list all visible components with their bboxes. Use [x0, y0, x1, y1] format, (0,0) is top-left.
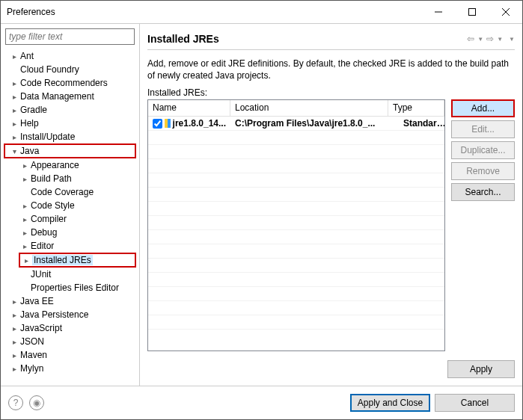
column-header-type[interactable]: Type — [388, 100, 444, 116]
jre-location: C:\Program Files\Java\jre1.8.0_... — [230, 118, 399, 129]
tree-arrow-icon: ▸ — [10, 297, 19, 306]
search-button[interactable]: Search... — [451, 183, 515, 201]
empty-row — [148, 287, 444, 301]
removebutton: Remove — [451, 162, 515, 180]
jre-name: jre1.8.0_14... — [173, 118, 226, 129]
tree-label: Ant — [20, 51, 34, 61]
back-menu-icon[interactable]: ▼ — [477, 36, 483, 43]
empty-row — [148, 301, 444, 315]
tree-label: Code Coverage — [31, 187, 94, 197]
table-row[interactable]: jre1.8.0_14...C:\Program Files\Java\jre1… — [148, 117, 444, 131]
tree-node-junit[interactable]: JUnit — [4, 268, 139, 281]
tree-arrow-icon: ▸ — [10, 120, 19, 128]
tree-label: Debug — [31, 227, 57, 238]
empty-row — [148, 202, 444, 216]
back-icon[interactable]: ⇦ — [467, 34, 474, 44]
tree-arrow-icon: ▸ — [10, 52, 19, 61]
tree-label: Gradle — [20, 105, 47, 115]
tree-node-json[interactable]: ▸JSON — [4, 335, 139, 348]
empty-row — [148, 273, 444, 287]
tree-arrow-icon: ▸ — [10, 133, 19, 141]
empty-row — [148, 259, 444, 273]
tree-node-build-path[interactable]: ▸Build Path — [4, 172, 139, 185]
tree-label: Appearance — [31, 160, 79, 170]
footer: ? ◉ Apply and Close Cancel — [1, 386, 522, 419]
filter-input[interactable] — [5, 28, 135, 45]
tree-node-properties-files-editor[interactable]: Properties Files Editor — [4, 281, 139, 294]
apply-button[interactable]: Apply — [447, 360, 515, 378]
tree-label: Cloud Foundry — [20, 64, 79, 75]
tree-node-ant[interactable]: ▸Ant — [4, 49, 139, 63]
tree-label: JSON — [20, 336, 44, 347]
apply-and-close-button[interactable]: Apply and Close — [350, 394, 430, 412]
tree-arrow-icon: ▸ — [10, 311, 19, 319]
tree-arrow-icon: ▸ — [10, 79, 19, 87]
view-menu-icon[interactable]: ▼ — [509, 36, 515, 43]
forward-icon[interactable]: ⇨ — [486, 34, 494, 44]
tree-node-java-ee[interactable]: ▸Java EE — [4, 294, 139, 308]
add-button[interactable]: Add... — [451, 99, 515, 117]
tree-label: Install/Update — [20, 132, 75, 142]
table-label: Installed JREs: — [147, 87, 515, 98]
cancel-button[interactable]: Cancel — [435, 394, 515, 412]
tree-node-java-persistence[interactable]: ▸Java Persistence — [4, 308, 139, 321]
tree-arrow-icon: ▸ — [10, 351, 19, 359]
table-header: Name Location Type — [148, 100, 444, 117]
help-icon[interactable]: ? — [8, 395, 23, 410]
close-button[interactable] — [489, 1, 522, 23]
column-header-location[interactable]: Location — [230, 100, 388, 116]
tree-node-appearance[interactable]: ▸Appearance — [4, 158, 139, 172]
sidebar: ▸AntCloud Foundry▸Code Recommenders▸Data… — [1, 24, 140, 386]
tree-label: Code Recommenders — [20, 78, 108, 88]
column-header-name[interactable]: Name — [148, 100, 230, 116]
main-header: Installed JREs ⇦ ▼ ⇨ ▼ ▼ — [147, 28, 515, 49]
tree-node-help[interactable]: ▸Help — [4, 117, 139, 130]
empty-row — [148, 188, 444, 202]
tree-node-editor[interactable]: ▸Editor — [4, 239, 139, 253]
tree-node-install-update[interactable]: ▸Install/Update — [4, 130, 139, 143]
tree-node-compiler[interactable]: ▸Compiler — [4, 212, 139, 226]
apply-row: Apply — [147, 351, 515, 381]
tree-arrow-icon: ▾ — [10, 147, 19, 155]
empty-row — [148, 315, 444, 330]
tree-node-installed-jres[interactable]: ▸Installed JREs — [19, 253, 136, 268]
table-grid: jre1.8.0_14...C:\Program Files\Java\jre1… — [148, 117, 444, 330]
table-rows-scroll[interactable]: jre1.8.0_14...C:\Program Files\Java\jre1… — [148, 117, 444, 350]
preferences-tree[interactable]: ▸AntCloud Foundry▸Code Recommenders▸Data… — [1, 48, 139, 386]
tree-arrow-icon: ▸ — [20, 175, 29, 183]
tree-node-code-style[interactable]: ▸Code Style — [4, 199, 139, 212]
empty-row — [148, 159, 444, 173]
tree-node-mylyn[interactable]: ▸Mylyn — [4, 362, 139, 375]
tree-node-javascript[interactable]: ▸JavaScript — [4, 321, 139, 335]
forward-menu-icon[interactable]: ▼ — [497, 36, 503, 43]
tree-node-code-recommenders[interactable]: ▸Code Recommenders — [4, 76, 139, 90]
tree-arrow-icon: ▸ — [20, 202, 29, 210]
tree-node-maven[interactable]: ▸Maven — [4, 348, 139, 362]
button-column: Add...Edit...Duplicate...RemoveSearch... — [451, 99, 515, 351]
dialog-body: ▸AntCloud Foundry▸Code Recommenders▸Data… — [1, 23, 522, 386]
edit-button: Edit... — [451, 120, 515, 138]
tree-label: Data Management — [20, 91, 94, 102]
tree-arrow-icon: ▸ — [10, 93, 19, 101]
preferences-dialog: Preferences ▸AntCloud Foundry▸Code Recom… — [0, 0, 523, 420]
target-icon[interactable]: ◉ — [29, 395, 44, 410]
tree-node-debug[interactable]: ▸Debug — [4, 226, 139, 239]
empty-row — [148, 216, 444, 230]
main-panel: Installed JREs ⇦ ▼ ⇨ ▼ ▼ Add, remove or … — [140, 24, 522, 386]
tree-node-java[interactable]: ▾Java — [4, 143, 136, 158]
duplicate-button: Duplicate... — [451, 141, 515, 159]
tree-node-code-coverage[interactable]: Code Coverage — [4, 185, 139, 199]
maximize-button[interactable] — [455, 1, 489, 23]
tree-node-cloud-foundry[interactable]: Cloud Foundry — [4, 63, 139, 76]
jre-default-checkbox[interactable] — [153, 119, 162, 129]
minimize-button[interactable] — [421, 1, 455, 23]
empty-row — [148, 131, 444, 145]
svg-rect-1 — [468, 9, 475, 16]
tree-node-gradle[interactable]: ▸Gradle — [4, 103, 139, 117]
tree-node-data-management[interactable]: ▸Data Management — [4, 90, 139, 103]
tree-arrow-icon: ▸ — [22, 256, 31, 265]
tree-label: Code Style — [31, 200, 75, 211]
tree-label: Compiler — [31, 214, 67, 224]
tree-label: Properties Files Editor — [31, 282, 119, 293]
tree-label: Java EE — [20, 296, 54, 306]
